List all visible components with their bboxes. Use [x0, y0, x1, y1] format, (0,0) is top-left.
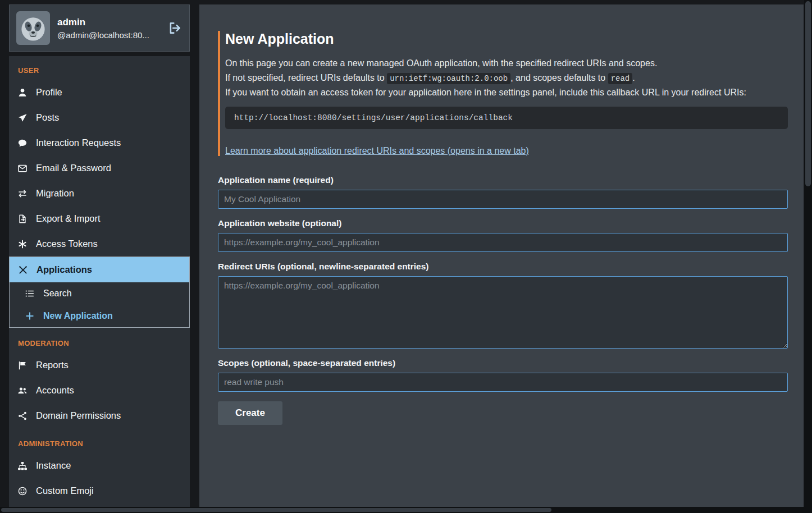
sidebar-item-label: Export & Import — [36, 213, 101, 224]
sidebar-nav: USER Profile Posts Interaction Requests — [9, 56, 190, 513]
file-export-icon — [17, 214, 28, 224]
sidebar-item-new-application[interactable]: New Application — [10, 305, 189, 327]
sidebar-section-moderation: MODERATION — [9, 328, 190, 352]
sidebar-item-label: Domain Permissions — [36, 410, 121, 421]
intro-line-3: If you want to obtain an access token fo… — [225, 86, 788, 100]
application-name-input[interactable] — [218, 190, 788, 209]
redirect-uris-label: Redirect URIs (optional, newline-separat… — [218, 262, 788, 272]
comment-icon — [17, 138, 28, 148]
sidebar-item-label: Applications — [37, 264, 92, 275]
network-icon — [17, 411, 28, 421]
sidebar-item-label: Accounts — [36, 385, 74, 396]
oob-inline-code: urn:ietf:wg:oauth:2.0:oob — [387, 73, 510, 84]
sidebar: admin @admin@localhost:80... USER Profil… — [9, 4, 190, 513]
sidebar-item-label: Posts — [36, 112, 59, 123]
sidebar-item-label: Migration — [36, 188, 74, 199]
user-icon — [17, 88, 28, 98]
sidebar-item-domain-permissions[interactable]: Domain Permissions — [9, 403, 190, 428]
smiley-icon — [17, 486, 28, 496]
vertical-scrollbar[interactable] — [804, 0, 812, 513]
sidebar-item-interaction-requests[interactable]: Interaction Requests — [9, 130, 190, 155]
sidebar-item-accounts[interactable]: Accounts — [9, 378, 190, 403]
envelope-icon — [17, 163, 28, 173]
intro-section: New Application On this page you can cre… — [218, 31, 788, 156]
sidebar-section-administration: ADMINISTRATION — [9, 428, 190, 453]
sidebar-item-access-tokens[interactable]: Access Tokens — [9, 231, 190, 256]
logout-icon — [168, 21, 183, 35]
sidebar-item-custom-emoji[interactable]: Custom Emoji — [9, 478, 190, 503]
logout-button[interactable] — [168, 21, 183, 35]
sidebar-item-applications-search[interactable]: Search — [10, 282, 189, 305]
paper-plane-icon — [17, 113, 28, 123]
sidebar-item-label: Reports — [36, 360, 69, 370]
page-title: New Application — [225, 31, 788, 47]
application-website-label: Application website (optional) — [218, 218, 788, 228]
sidebar-item-label: Profile — [36, 87, 62, 98]
intro-line-2-text-c: . — [632, 73, 635, 83]
applications-submenu: Search New Application — [10, 282, 189, 327]
sidebar-item-label: Instance — [36, 460, 71, 471]
sidebar-item-email-password[interactable]: Email & Password — [9, 155, 190, 181]
create-button[interactable]: Create — [218, 401, 282, 425]
exchange-arrows-icon — [17, 189, 28, 199]
vertical-scrollbar-thumb[interactable] — [805, 1, 811, 186]
sidebar-item-profile[interactable]: Profile — [9, 80, 190, 105]
main-panel: New Application On this page you can cre… — [199, 4, 804, 513]
user-card[interactable]: admin @admin@localhost:80... — [9, 4, 190, 52]
sidebar-item-label: New Application — [43, 311, 113, 321]
tools-icon — [18, 265, 28, 275]
list-icon — [25, 288, 35, 299]
horizontal-scrollbar[interactable] — [0, 507, 804, 513]
sidebar-item-label: Email & Password — [36, 163, 111, 173]
asterisk-icon — [17, 239, 28, 249]
applications-group: Applications Search New Application — [9, 256, 190, 328]
user-name: admin — [57, 17, 149, 28]
callback-url-code-block: http://localhost:8080/settings/user/appl… — [225, 107, 788, 129]
sitemap-icon — [17, 461, 28, 471]
sidebar-section-user: USER — [9, 57, 190, 80]
sidebar-item-label: Search — [43, 288, 72, 299]
user-handle: @admin@localhost:80... — [57, 30, 149, 40]
new-application-form: Application name (required) Application … — [218, 175, 788, 425]
sidebar-item-posts[interactable]: Posts — [9, 105, 190, 130]
sidebar-item-migration[interactable]: Migration — [9, 181, 190, 206]
plus-icon — [25, 311, 35, 321]
intro-line-1: On this page you can create a new manage… — [225, 57, 788, 71]
flag-icon — [17, 360, 28, 370]
scopes-label: Scopes (optional, space-separated entrie… — [218, 358, 788, 368]
sidebar-item-applications[interactable]: Applications — [10, 257, 189, 282]
sidebar-item-label: Custom Emoji — [36, 485, 94, 496]
settings-app: admin @admin@localhost:80... USER Profil… — [0, 0, 812, 513]
intro-line-2-text-b: , and scopes defaults to — [510, 73, 608, 83]
sidebar-item-export-import[interactable]: Export & Import — [9, 206, 190, 231]
intro-line-2-text-a: If not specified, redirect URIs defaults… — [225, 73, 387, 83]
learn-more-link[interactable]: Learn more about application redirect UR… — [225, 146, 529, 156]
user-meta: admin @admin@localhost:80... — [57, 17, 149, 40]
read-inline-code: read — [608, 73, 633, 84]
horizontal-scrollbar-thumb[interactable] — [1, 508, 551, 512]
avatar — [16, 11, 50, 45]
sidebar-item-label: Access Tokens — [36, 239, 98, 249]
sidebar-item-reports[interactable]: Reports — [9, 352, 190, 378]
redirect-uris-textarea[interactable] — [218, 276, 788, 349]
sidebar-item-label: Interaction Requests — [36, 138, 121, 148]
sloth-avatar — [16, 11, 50, 45]
application-website-input[interactable] — [218, 233, 788, 252]
intro-line-2: If not specified, redirect URIs defaults… — [225, 71, 788, 86]
scopes-input[interactable] — [218, 373, 788, 392]
application-name-label: Application name (required) — [218, 175, 788, 185]
sidebar-item-instance[interactable]: Instance — [9, 453, 190, 478]
users-icon — [17, 386, 28, 396]
